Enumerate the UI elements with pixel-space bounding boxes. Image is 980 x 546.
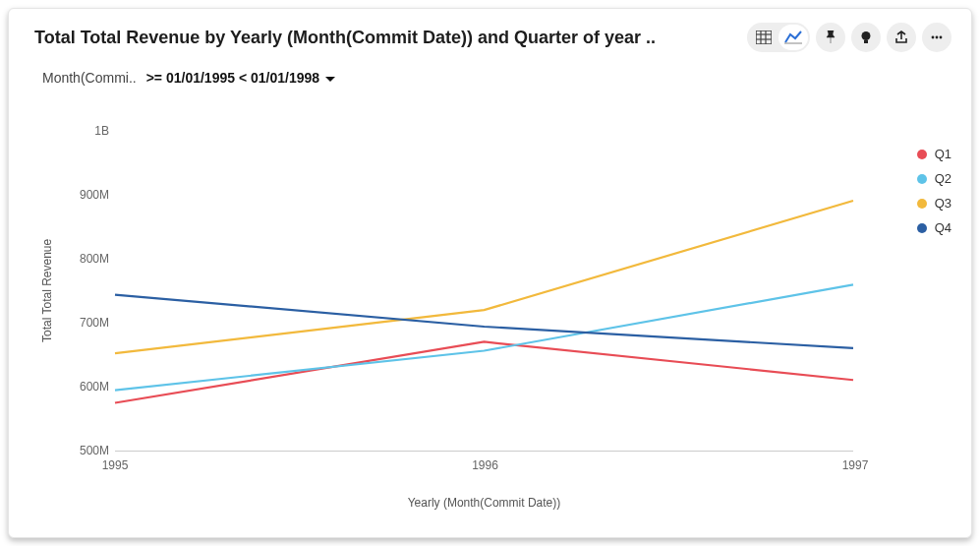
filter-field-label: Month(Commi.. <box>42 70 137 86</box>
legend-item-Q2[interactable]: Q2 <box>917 171 951 186</box>
x-axis-baseline <box>115 451 853 452</box>
chart-view-toggle[interactable] <box>778 25 808 50</box>
plot-region <box>115 131 853 449</box>
share-button[interactable] <box>887 23 916 52</box>
y-tick: 900M <box>34 188 109 202</box>
chart-title: Total Total Revenue by Yearly (Month(Com… <box>34 28 656 48</box>
svg-point-10 <box>940 36 943 39</box>
filter-row: Month(Commi.. >= 01/01/1995 < 01/01/1998 <box>9 52 971 86</box>
legend-dot-icon <box>917 174 927 184</box>
bulb-icon <box>859 30 873 44</box>
line-series-svg <box>115 131 853 449</box>
chart-card: Total Total Revenue by Yearly (Month(Com… <box>8 8 972 538</box>
legend-dot-icon <box>917 199 927 209</box>
y-tick: 600M <box>34 380 109 394</box>
y-tick: 1B <box>34 124 109 138</box>
pin-icon <box>824 30 837 44</box>
more-button[interactable] <box>922 23 951 52</box>
legend-label: Q2 <box>935 171 951 186</box>
x-tick: 1995 <box>102 458 129 472</box>
toolbar <box>747 23 951 52</box>
legend-dot-icon <box>917 150 927 159</box>
svg-point-6 <box>862 31 871 40</box>
svg-point-9 <box>936 36 939 39</box>
legend-label: Q1 <box>935 147 951 161</box>
chart-area: Total Total Revenue 500M600M700M800M900M… <box>34 117 951 517</box>
table-icon <box>756 30 772 44</box>
x-tick: 1997 <box>842 458 869 472</box>
x-axis-label: Yearly (Month(Commit Date)) <box>115 496 853 510</box>
pin-button[interactable] <box>816 23 845 52</box>
y-tick: 500M <box>34 444 109 457</box>
series-Q3[interactable] <box>115 201 853 353</box>
chevron-down-icon <box>325 70 335 86</box>
line-chart-icon <box>784 30 802 44</box>
card-header: Total Total Revenue by Yearly (Month(Com… <box>9 9 971 52</box>
insight-button[interactable] <box>851 23 881 52</box>
filter-value-text: >= 01/01/1995 < 01/01/1998 <box>146 70 319 86</box>
y-tick: 800M <box>34 252 109 266</box>
svg-rect-7 <box>864 40 868 43</box>
filter-value[interactable]: >= 01/01/1995 < 01/01/1998 <box>146 70 335 86</box>
x-tick: 1996 <box>472 458 498 472</box>
legend-label: Q3 <box>935 196 951 211</box>
legend-item-Q3[interactable]: Q3 <box>917 196 951 211</box>
more-icon <box>930 30 944 44</box>
svg-rect-0 <box>756 30 772 44</box>
legend-item-Q4[interactable]: Q4 <box>917 220 951 235</box>
series-Q2[interactable] <box>115 284 853 390</box>
view-toggle <box>747 23 810 52</box>
y-tick: 700M <box>34 316 109 330</box>
legend-label: Q4 <box>935 220 951 235</box>
legend: Q1Q2Q3Q4 <box>917 147 951 235</box>
share-icon <box>894 30 908 44</box>
table-view-toggle[interactable] <box>749 25 778 50</box>
svg-point-8 <box>932 36 935 39</box>
legend-dot-icon <box>917 223 927 233</box>
legend-item-Q1[interactable]: Q1 <box>917 147 951 161</box>
